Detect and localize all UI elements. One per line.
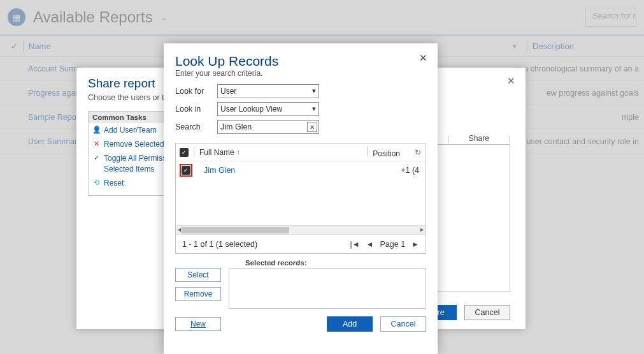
clear-search-icon[interactable]: ✕ bbox=[307, 122, 317, 132]
add-button[interactable]: Add bbox=[327, 316, 373, 332]
results-grid: ✓ Full Name↑ Position ↻ ✓ Jim Glen +1 (4… bbox=[175, 143, 426, 254]
user-plus-icon: 👤 bbox=[92, 125, 100, 135]
result-name[interactable]: Jim Glen bbox=[204, 166, 235, 175]
look-in-label: Look in bbox=[175, 105, 217, 114]
pager-summary: 1 - 1 of 1 (1 selected) bbox=[182, 240, 257, 249]
next-page-icon[interactable]: ► bbox=[411, 240, 419, 249]
select-button[interactable]: Select bbox=[175, 268, 221, 282]
col-share: Share bbox=[469, 134, 489, 143]
prev-page-icon[interactable]: ◄ bbox=[366, 240, 374, 249]
search-label: Search bbox=[175, 122, 217, 131]
horizontal-scrollbar[interactable]: ◄ ► bbox=[176, 225, 426, 234]
close-icon[interactable]: ✕ bbox=[507, 75, 515, 87]
reset-icon: ⟲ bbox=[92, 178, 100, 188]
task-label: Reset bbox=[104, 178, 124, 188]
cancel-button[interactable]: Cancel bbox=[380, 316, 426, 332]
col-full-name[interactable]: Full Name bbox=[199, 148, 234, 157]
select-value: User bbox=[220, 87, 236, 96]
pager-page: Page 1 bbox=[380, 240, 405, 249]
new-button[interactable]: New bbox=[175, 317, 221, 331]
search-input[interactable]: Jim Glen ✕ bbox=[217, 120, 319, 134]
cancel-button[interactable]: Cancel bbox=[464, 305, 510, 320]
scroll-right-icon[interactable]: ► bbox=[419, 226, 425, 233]
selected-records-box[interactable] bbox=[229, 268, 426, 309]
result-row[interactable]: ✓ Jim Glen +1 (4 bbox=[176, 161, 426, 179]
row-checkbox[interactable]: ✓ bbox=[182, 166, 190, 175]
scroll-thumb[interactable] bbox=[181, 227, 289, 233]
lookup-subtitle: Enter your search criteria. bbox=[175, 69, 426, 78]
first-page-icon[interactable]: |◄ bbox=[350, 240, 360, 249]
remove-button[interactable]: Remove bbox=[175, 287, 221, 301]
task-label: Add User/Team bbox=[104, 125, 157, 135]
look-for-label: Look for bbox=[175, 87, 217, 96]
lookup-title: Look Up Records bbox=[175, 54, 426, 69]
check-icon: ✓ bbox=[92, 153, 100, 163]
remove-icon: ✕ bbox=[92, 139, 100, 149]
selected-records-label: Selected records: bbox=[245, 259, 426, 267]
search-value: Jim Glen bbox=[220, 122, 252, 131]
look-for-select[interactable]: User bbox=[217, 84, 319, 98]
look-in-select[interactable]: User Lookup View bbox=[217, 102, 319, 116]
row-checkbox-highlight: ✓ bbox=[180, 164, 192, 177]
result-phone: +1 (4 bbox=[401, 166, 419, 175]
lookup-records-dialog: ✕ Look Up Records Enter your search crit… bbox=[164, 43, 438, 354]
col-position[interactable]: Position bbox=[373, 149, 400, 158]
select-value: User Lookup View bbox=[220, 105, 282, 114]
select-all-checkbox[interactable]: ✓ bbox=[180, 148, 189, 157]
close-icon[interactable]: ✕ bbox=[419, 52, 427, 64]
refresh-icon[interactable]: ↻ bbox=[415, 148, 421, 157]
sort-asc-icon: ↑ bbox=[237, 149, 240, 156]
